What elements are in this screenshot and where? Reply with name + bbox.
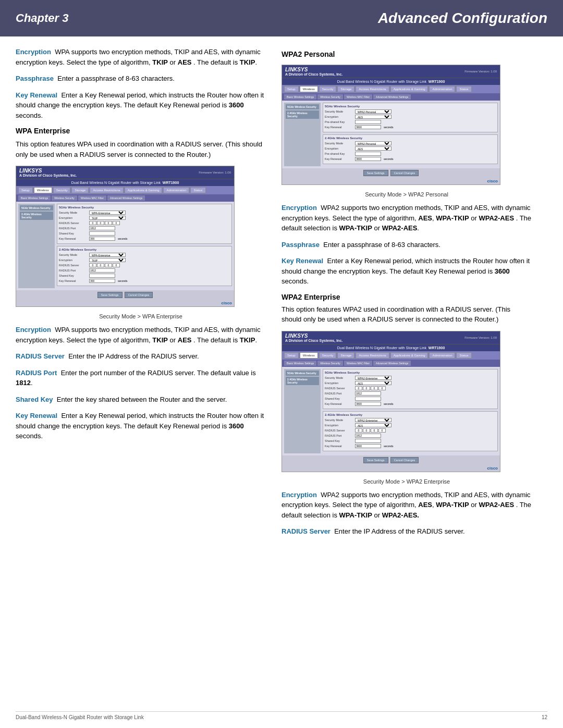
rs-enc-select[interactable]: TKIP [89, 216, 126, 220]
rs-save-btn[interactable]: Save Settings [97, 292, 123, 298]
rs2-save-btn[interactable]: Save Settings [363, 170, 388, 176]
rs2-nav-wireless[interactable]: Wireless [300, 86, 318, 92]
rs3-nav-storage[interactable]: Storage [337, 352, 354, 359]
rs3-nav-security[interactable]: Security [319, 352, 337, 359]
rs3-shared-key-label2: Shared Key [325, 439, 353, 442]
rs3-nav-apps[interactable]: Applications & Gaming [390, 352, 429, 359]
rs-subnav-mac[interactable]: Wireless MAC Filter [78, 195, 106, 201]
rs3-subnav-security[interactable]: Wireless Security [317, 361, 343, 366]
rs2-enc-select2[interactable]: AES [355, 146, 391, 151]
rs2-nav-storage[interactable]: Storage [337, 86, 354, 92]
rs2-cancel-btn[interactable]: Cancel Changes [390, 170, 419, 176]
rs-ip2-2[interactable]: 0 [97, 263, 104, 267]
rs3-ip-3[interactable]: 0 [371, 386, 378, 390]
rs-ip2-1[interactable]: 0 [89, 263, 96, 267]
rs3-ip2-2[interactable]: 0 [363, 428, 370, 433]
rs3-cisco-logo: cisco [487, 466, 498, 471]
keyrenewal3-para: Key Renewal Enter a Key Renewal period, … [282, 256, 532, 287]
keyrenewal-para: Key Renewal Enter a Key Renewal period, … [16, 90, 266, 121]
rs3-ip2-1[interactable]: 0 [355, 428, 362, 433]
rs3-nav-status[interactable]: Status [456, 352, 471, 359]
rs2-subnav-mac[interactable]: Wireless MAC Filter [344, 94, 372, 100]
rs3-ip2-3[interactable]: 0 [371, 428, 378, 433]
rs3-cancel-btn[interactable]: Cancel Changes [390, 457, 419, 463]
rs2-key-renewal-input2[interactable] [355, 157, 381, 161]
rs2-nav-status[interactable]: Status [456, 86, 471, 92]
rs3-sidebar-24ghz: 2.4GHz Wireless Security [286, 377, 319, 385]
rs-ip-4[interactable]: 0 [113, 221, 120, 225]
rs3-enc-select2[interactable]: AES [355, 423, 391, 427]
rs-section-24ghz-title: 2.4GHz Wireless Security [59, 248, 230, 251]
rs-radius-port-input[interactable] [89, 226, 115, 230]
rs3-nav-wireless[interactable]: Wireless [300, 352, 318, 359]
rs2-security-mode-select2[interactable]: WPA2-Personal [355, 141, 391, 145]
rs2-nav-security[interactable]: Security [319, 86, 337, 92]
rs-security-mode-select[interactable]: WPA-Enterprise [89, 211, 126, 215]
rs-shared-key-input2[interactable] [89, 274, 115, 278]
rs3-nav-setup[interactable]: Setup [284, 352, 299, 359]
rs2-section-5ghz: 5GHz Wireless Security Security Mode WPA… [323, 103, 498, 132]
rs2-passphrase-input2[interactable] [355, 152, 381, 156]
rs3-ip2-4[interactable]: 0 [378, 428, 386, 433]
rs3-subnav-advanced[interactable]: Advanced Wireless Settings [373, 361, 411, 366]
rs2-passphrase-input[interactable] [355, 120, 381, 124]
rs2-enc-label: Encryption [325, 115, 353, 118]
rs2-nav-admin[interactable]: Administration [429, 86, 455, 92]
rs3-subnav-mac[interactable]: Wireless MAC Filter [344, 361, 372, 366]
rs2-subnav-basic[interactable]: Basic Wireless Settings [284, 94, 316, 100]
rs-nav-admin[interactable]: Administration [163, 187, 189, 193]
rs2-subnav-advanced[interactable]: Advanced Wireless Settings [373, 94, 411, 100]
rs-nav-setup[interactable]: Setup [18, 187, 33, 193]
rs-nav-apps[interactable]: Applications & Gaming [125, 187, 163, 193]
rs2-key-renewal-input[interactable] [355, 125, 381, 129]
rs-cancel-btn[interactable]: Cancel Changes [125, 292, 153, 298]
rs2-nav-apps[interactable]: Applications & Gaming [390, 86, 429, 92]
rs3-key-renewal-input2[interactable] [355, 444, 381, 448]
rs3-nav-access[interactable]: Access Restrictions [356, 352, 389, 359]
rs-ip2-4[interactable]: 0 [113, 263, 120, 267]
rs-nav-wireless[interactable]: Wireless [34, 187, 52, 193]
rs3-save-btn[interactable]: Save Settings [363, 457, 388, 463]
rs-subnav-advanced[interactable]: Advanced Wireless Settings [107, 195, 145, 201]
rs-enc-select2[interactable]: TKIP [89, 258, 126, 262]
rs-nav-storage[interactable]: Storage [71, 187, 89, 193]
rs-radius-port-input2[interactable] [89, 268, 115, 273]
rs-ip-2[interactable]: 0 [97, 221, 104, 225]
rs-key-renewal-input2[interactable] [89, 279, 115, 283]
rs-subnav-security[interactable]: Wireless Security [52, 195, 77, 201]
rs-ip-1[interactable]: 0 [89, 221, 96, 225]
rs3-security-mode-select[interactable]: WPA2-Enterprise [355, 376, 391, 380]
rs3-nav-admin[interactable]: Administration [429, 352, 455, 359]
rs-subnav-basic[interactable]: Basic Wireless Settings [18, 195, 51, 201]
rs2-enc-select[interactable]: AES [355, 115, 391, 119]
rs3-radius-port-input[interactable] [355, 391, 381, 396]
rs3-ip-2[interactable]: 0 [363, 386, 370, 390]
rs-ip-3[interactable]: 0 [105, 221, 112, 225]
rs2-nav-access[interactable]: Access Restrictions [356, 86, 389, 92]
rs-nav-access[interactable]: Access Restrictions [90, 187, 123, 193]
rs2-nav-setup[interactable]: Setup [284, 86, 299, 92]
rs-nav-security[interactable]: Security [53, 187, 71, 193]
rs3-radius-port-input2[interactable] [355, 434, 381, 438]
rs3-key-renewal-input[interactable] [355, 402, 381, 406]
rs3-subnav-basic[interactable]: Basic Wireless Settings [284, 361, 316, 366]
rs2-subnav-security[interactable]: Wireless Security [317, 94, 343, 100]
rs3-shared-key-input2[interactable] [355, 439, 381, 443]
rs-ip2-3[interactable]: 0 [105, 263, 112, 267]
rs-nav-status[interactable]: Status [190, 187, 205, 193]
rs3-nav: Setup Wireless Security Storage Access R… [282, 351, 500, 360]
rs3-security-mode-select2[interactable]: WPA2-Enterprise [355, 418, 391, 422]
rs3-shared-key-input[interactable] [355, 397, 381, 401]
rs2-main-content: 5GHz Wireless Security Security Mode WPA… [323, 103, 498, 166]
rs-shared-key-label2: Shared Key [59, 274, 88, 277]
rs3-ip-4[interactable]: 0 [378, 386, 386, 390]
rs-key-renewal-input[interactable] [89, 237, 115, 241]
enc2-para: Encryption WPA supports two encryption m… [16, 325, 266, 345]
rs2-buttons: Save Settings Cancel Changes [282, 168, 500, 178]
rs2-security-mode-select[interactable]: WPA2-Personal [355, 109, 391, 114]
rs-shared-key-input[interactable] [89, 231, 115, 236]
rs3-ip-1[interactable]: 0 [355, 386, 362, 390]
rs3-enc-select[interactable]: AES [355, 381, 391, 385]
rs-security-mode-select2[interactable]: WPA-Enterprise [89, 253, 126, 257]
main-content: Encryption WPA supports two encryption m… [0, 36, 563, 553]
